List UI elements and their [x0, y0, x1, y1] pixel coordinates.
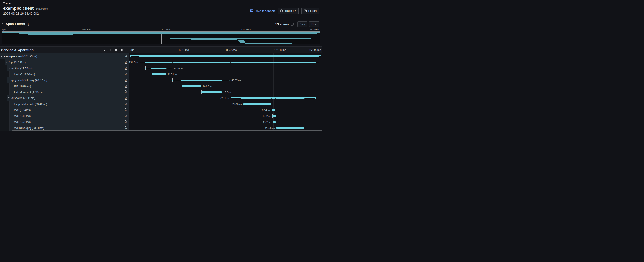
span-name-content: /pollDriver/{id} (23.58ms)LOG	[10, 125, 129, 131]
chevron-down-icon[interactable]	[1, 56, 3, 57]
log-icon[interactable]: LOG	[124, 55, 127, 58]
column-resize-handle[interactable]	[126, 51, 127, 53]
chevron-down-icon[interactable]	[6, 62, 8, 63]
indent-guide	[10, 89, 10, 95]
span-row[interactable]: /api (151.8ms)LOG151.8ms	[0, 59, 322, 65]
svg-text:LOG: LOG	[125, 98, 127, 99]
span-self-time-mark	[316, 62, 319, 63]
span-bar[interactable]	[140, 62, 319, 63]
span-bar[interactable]	[272, 115, 276, 117]
span-row[interactable]: /dispatch (72.11ms)LOG72.11ms	[0, 95, 322, 101]
span-self-time-mark	[304, 98, 315, 98]
span-row[interactable]: /authZ (12.51ms)LOG12.51ms	[0, 71, 322, 77]
horizontal-scrollbar[interactable]	[12, 130, 322, 131]
chevron-down-icon[interactable]	[8, 68, 10, 69]
timeline-tick-label: 121.45ms	[274, 48, 286, 52]
minimap-span-bar	[28, 34, 73, 34]
span-row[interactable]: Ext. Merchant (17.3ms)LOG17.3ms	[0, 89, 322, 95]
span-self-time-mark	[201, 80, 202, 80]
trace-table: Service & Operation 0μs40.48ms80.96ms121…	[0, 46, 322, 131]
expand-all-icon[interactable]	[121, 49, 124, 51]
span-row[interactable]: DB (16.82ms)LOG16.82ms	[0, 83, 322, 89]
log-icon[interactable]: LOG	[124, 66, 127, 70]
span-bar[interactable]	[231, 97, 316, 99]
span-bar[interactable]	[152, 74, 166, 75]
span-row[interactable]: /poll (2.82ms)LOG2.82ms	[0, 113, 322, 119]
log-icon[interactable]: LOG	[124, 96, 127, 100]
span-name-cell: /pollDriver/{id} (23.58ms)LOG	[0, 125, 129, 131]
span-self-time-mark	[146, 68, 151, 68]
log-icon[interactable]: LOG	[124, 126, 127, 130]
log-icon[interactable]: LOG	[124, 78, 127, 82]
log-icon[interactable]: LOG	[124, 72, 127, 76]
indent-guide	[10, 107, 10, 113]
chevron-down-icon[interactable]	[8, 79, 10, 81]
span-self-time-mark	[172, 62, 173, 63]
span-bar[interactable]	[243, 103, 271, 105]
span-bar[interactable]	[276, 127, 304, 129]
span-duration-label: 22.76ms	[174, 67, 183, 70]
give-feedback-link[interactable]: Give feedback	[250, 9, 275, 13]
service-operation-header: Service & Operation	[1, 48, 34, 52]
minimap-span-bar	[239, 41, 244, 42]
log-icon[interactable]: LOG	[124, 108, 127, 112]
log-icon[interactable]: LOG	[124, 114, 127, 118]
span-row[interactable]: /payment Gateway (48.67ms)LOG48.67ms	[0, 77, 322, 83]
span-duration-label: 2.72ms	[263, 121, 271, 123]
span-bar[interactable]	[182, 86, 202, 87]
span-rows: exampleclient (161.93ms)LOG/api (151.8ms…	[0, 53, 322, 131]
indent-guide	[6, 95, 6, 101]
prev-span-button[interactable]: Prev	[297, 21, 308, 27]
expand-one-icon[interactable]	[109, 49, 111, 51]
span-name-content: /dispatch/search (23.42ms)LOG	[10, 101, 129, 107]
span-self-time-mark	[320, 56, 321, 57]
span-self-time-mark	[231, 98, 241, 98]
span-row[interactable]: /poll (3.14ms)LOG3.14ms	[0, 107, 322, 113]
indent-guide	[6, 77, 6, 83]
span-bar[interactable]	[172, 80, 230, 81]
span-name-cell: /poll (3.14ms)LOG	[0, 107, 129, 113]
span-row[interactable]: exampleclient (161.93ms)LOG	[0, 53, 322, 59]
minimap-span-bar	[88, 37, 121, 37]
span-bar[interactable]	[130, 56, 321, 57]
trace-heading: example: client 161.93ms	[3, 6, 48, 11]
indent-guide	[10, 71, 10, 77]
span-name-cell: /authZ (12.51ms)LOG	[0, 71, 129, 77]
chevron-right-icon[interactable]	[2, 23, 4, 25]
span-name-content: /authN (22.76ms)LOG	[8, 66, 129, 71]
span-filters-title[interactable]: Span Filters	[6, 22, 25, 26]
minimap-span-bar	[240, 42, 245, 42]
svg-text:LOG: LOG	[125, 116, 127, 117]
span-row[interactable]: /dispatch/search (23.42ms)LOG23.42ms	[0, 101, 322, 107]
span-bar[interactable]	[272, 109, 276, 111]
chevron-down-icon[interactable]	[8, 97, 10, 99]
span-row[interactable]: /authN (22.76ms)LOG22.76ms	[0, 66, 322, 71]
span-name-cell: /poll (2.82ms)LOG	[0, 113, 129, 119]
span-name-cell: /dispatch/search (23.42ms)LOG	[0, 101, 129, 107]
span-bar[interactable]	[145, 68, 172, 69]
log-icon[interactable]: LOG	[124, 102, 127, 106]
log-icon[interactable]: LOG	[124, 90, 127, 94]
span-bar[interactable]	[202, 91, 222, 93]
minimap-span-bar	[238, 40, 244, 41]
span-row[interactable]: /poll (2.72ms)LOG2.72ms	[0, 119, 322, 125]
span-bar[interactable]	[273, 121, 276, 123]
export-button[interactable]: Export	[301, 8, 320, 14]
next-span-button[interactable]: Next	[309, 21, 320, 27]
span-row[interactable]: /pollDriver/{id} (23.58ms)LOG23.58ms	[0, 125, 322, 131]
indent-guide	[3, 125, 3, 131]
svg-text:LOG: LOG	[125, 80, 127, 81]
span-label: /pollDriver/{id} (23.58ms)	[14, 126, 44, 130]
log-icon[interactable]: LOG	[124, 84, 127, 88]
trace-id-button[interactable]: Trace ID	[278, 8, 298, 14]
span-name-cell: DB (16.82ms)LOG	[0, 83, 129, 89]
indent-guide	[6, 66, 6, 71]
span-name-cell: Ext. Merchant (17.3ms)LOG	[0, 89, 129, 95]
trace-minimap[interactable]	[2, 32, 320, 44]
info-icon: i	[27, 22, 30, 26]
log-icon[interactable]: LOG	[124, 60, 127, 64]
info-icon: i	[290, 22, 294, 26]
collapse-all-icon[interactable]	[115, 49, 117, 52]
collapse-one-icon[interactable]	[103, 49, 106, 51]
log-icon[interactable]: LOG	[124, 120, 127, 124]
